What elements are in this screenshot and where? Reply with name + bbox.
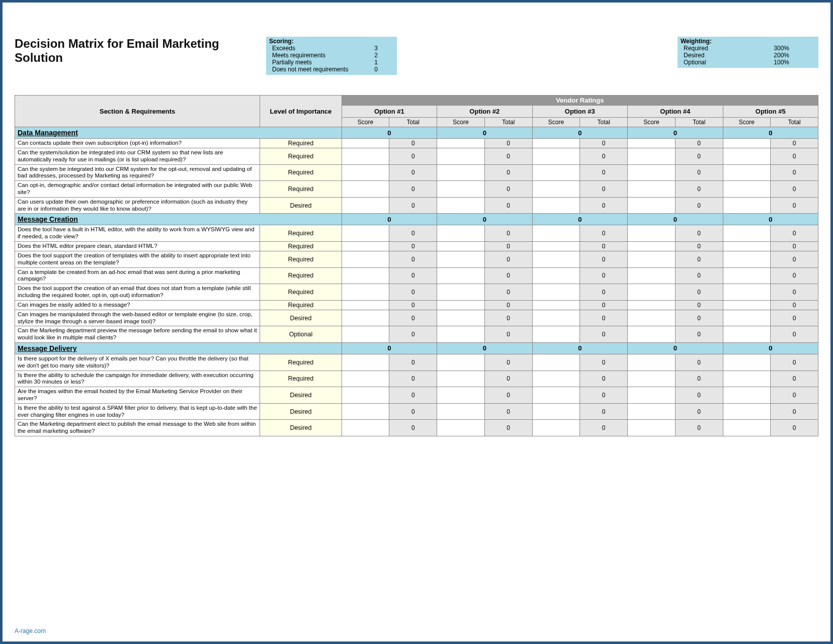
score-cell[interactable] xyxy=(628,241,676,251)
importance-cell[interactable]: Required xyxy=(260,148,342,165)
score-cell[interactable] xyxy=(532,225,580,242)
score-cell[interactable] xyxy=(342,387,389,404)
importance-cell[interactable]: Desired xyxy=(260,420,342,436)
score-cell[interactable] xyxy=(723,284,771,301)
score-cell[interactable] xyxy=(342,139,389,148)
importance-cell[interactable]: Required xyxy=(260,225,342,242)
importance-cell[interactable]: Required xyxy=(260,284,342,301)
score-cell[interactable] xyxy=(532,251,580,267)
score-cell[interactable] xyxy=(342,251,389,267)
score-cell[interactable] xyxy=(532,300,580,310)
score-cell[interactable] xyxy=(532,403,580,420)
score-cell[interactable] xyxy=(723,267,771,284)
score-cell[interactable] xyxy=(532,181,580,198)
score-cell[interactable] xyxy=(437,181,485,198)
score-cell[interactable] xyxy=(342,181,389,198)
score-cell[interactable] xyxy=(437,354,485,371)
score-cell[interactable] xyxy=(628,284,676,301)
score-cell[interactable] xyxy=(628,300,676,310)
score-cell[interactable] xyxy=(437,326,485,343)
score-cell[interactable] xyxy=(532,310,580,326)
score-cell[interactable] xyxy=(342,371,389,387)
score-cell[interactable] xyxy=(437,310,485,326)
score-cell[interactable] xyxy=(628,387,676,404)
score-cell[interactable] xyxy=(342,225,389,242)
score-cell[interactable] xyxy=(628,267,676,284)
score-cell[interactable] xyxy=(628,164,676,181)
score-cell[interactable] xyxy=(628,148,676,165)
score-cell[interactable] xyxy=(342,148,389,165)
score-cell[interactable] xyxy=(723,148,771,165)
score-cell[interactable] xyxy=(723,300,771,310)
importance-cell[interactable]: Desired xyxy=(260,387,342,404)
score-cell[interactable] xyxy=(437,267,485,284)
importance-cell[interactable]: Required xyxy=(260,267,342,284)
score-cell[interactable] xyxy=(723,310,771,326)
importance-cell[interactable]: Required xyxy=(260,251,342,267)
importance-cell[interactable]: Required xyxy=(260,371,342,387)
score-cell[interactable] xyxy=(628,139,676,148)
score-cell[interactable] xyxy=(437,164,485,181)
score-cell[interactable] xyxy=(437,300,485,310)
score-cell[interactable] xyxy=(342,267,389,284)
score-cell[interactable] xyxy=(437,225,485,242)
score-cell[interactable] xyxy=(342,241,389,251)
score-cell[interactable] xyxy=(437,371,485,387)
score-cell[interactable] xyxy=(437,420,485,436)
score-cell[interactable] xyxy=(723,241,771,251)
score-cell[interactable] xyxy=(723,251,771,267)
score-cell[interactable] xyxy=(723,181,771,198)
score-cell[interactable] xyxy=(532,164,580,181)
score-cell[interactable] xyxy=(342,164,389,181)
score-cell[interactable] xyxy=(628,251,676,267)
score-cell[interactable] xyxy=(723,354,771,371)
score-cell[interactable] xyxy=(723,164,771,181)
importance-cell[interactable]: Desired xyxy=(260,403,342,420)
score-cell[interactable] xyxy=(342,300,389,310)
importance-cell[interactable]: Desired xyxy=(260,310,342,326)
score-cell[interactable] xyxy=(437,139,485,148)
score-cell[interactable] xyxy=(342,310,389,326)
score-cell[interactable] xyxy=(723,387,771,404)
score-cell[interactable] xyxy=(532,148,580,165)
score-cell[interactable] xyxy=(532,284,580,301)
score-cell[interactable] xyxy=(342,354,389,371)
score-cell[interactable] xyxy=(342,197,389,214)
score-cell[interactable] xyxy=(723,197,771,214)
score-cell[interactable] xyxy=(628,225,676,242)
score-cell[interactable] xyxy=(532,267,580,284)
score-cell[interactable] xyxy=(628,197,676,214)
score-cell[interactable] xyxy=(628,326,676,343)
importance-cell[interactable]: Desired xyxy=(260,197,342,214)
score-cell[interactable] xyxy=(723,225,771,242)
score-cell[interactable] xyxy=(342,420,389,436)
score-cell[interactable] xyxy=(723,326,771,343)
importance-cell[interactable]: Required xyxy=(260,164,342,181)
score-cell[interactable] xyxy=(532,387,580,404)
score-cell[interactable] xyxy=(628,181,676,198)
score-cell[interactable] xyxy=(342,403,389,420)
score-cell[interactable] xyxy=(628,420,676,436)
score-cell[interactable] xyxy=(342,284,389,301)
importance-cell[interactable]: Required xyxy=(260,354,342,371)
score-cell[interactable] xyxy=(532,354,580,371)
score-cell[interactable] xyxy=(437,251,485,267)
score-cell[interactable] xyxy=(723,420,771,436)
score-cell[interactable] xyxy=(723,139,771,148)
importance-cell[interactable]: Required xyxy=(260,241,342,251)
score-cell[interactable] xyxy=(437,403,485,420)
score-cell[interactable] xyxy=(437,197,485,214)
score-cell[interactable] xyxy=(532,420,580,436)
importance-cell[interactable]: Required xyxy=(260,300,342,310)
importance-cell[interactable]: Required xyxy=(260,181,342,198)
score-cell[interactable] xyxy=(532,197,580,214)
score-cell[interactable] xyxy=(628,371,676,387)
importance-cell[interactable]: Required xyxy=(260,139,342,148)
score-cell[interactable] xyxy=(342,326,389,343)
score-cell[interactable] xyxy=(628,354,676,371)
score-cell[interactable] xyxy=(723,371,771,387)
score-cell[interactable] xyxy=(437,148,485,165)
score-cell[interactable] xyxy=(437,241,485,251)
score-cell[interactable] xyxy=(723,403,771,420)
score-cell[interactable] xyxy=(437,387,485,404)
